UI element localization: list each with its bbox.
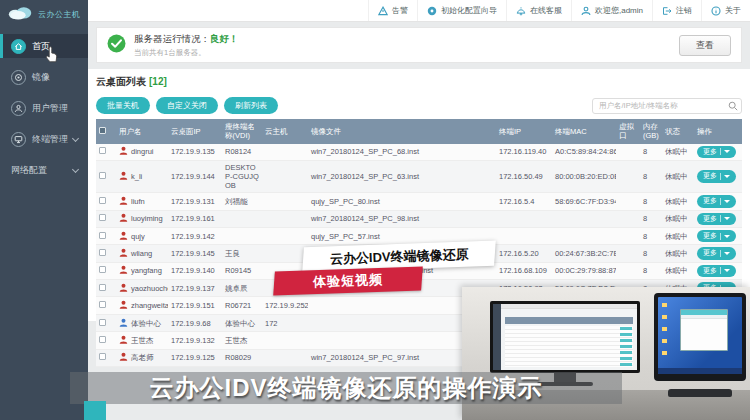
column-header: 镜像文件 <box>308 119 496 144</box>
username: 体验中心 <box>131 319 161 328</box>
cloud-host: 172 <box>262 314 308 331</box>
status-text: 休眠中 <box>662 193 694 210</box>
terminal-ip: 172.16.5.20 <box>496 245 552 262</box>
users-icon <box>11 101 26 116</box>
more-button[interactable]: 更多 <box>697 265 736 277</box>
virtual-port <box>616 245 640 262</box>
row-checkbox[interactable] <box>99 319 106 326</box>
table-row: dingrui 172.19.9.135 R08124 win7_2018012… <box>96 144 742 161</box>
user-person-icon <box>119 146 128 157</box>
topbar-item-logout[interactable]: 注销 <box>652 0 701 21</box>
user-person-icon <box>119 248 128 259</box>
caret-down-icon <box>724 252 730 255</box>
more-button[interactable]: 更多 <box>697 247 736 259</box>
row-checkbox[interactable] <box>99 232 106 239</box>
chevron-down-icon <box>72 166 79 173</box>
row-checkbox[interactable] <box>99 301 106 308</box>
app-logo: 云办公主机 <box>0 0 88 28</box>
terminal-mac <box>552 210 616 227</box>
virtual-port <box>616 262 640 279</box>
user-person-icon <box>119 335 128 346</box>
username: liufn <box>131 197 145 206</box>
search-icon[interactable] <box>728 97 738 115</box>
wizard-icon <box>427 6 437 16</box>
user-person-icon <box>119 283 128 294</box>
cloud-host <box>262 332 308 349</box>
terminal-name: 体验中心 <box>222 314 262 331</box>
server-status-label: 服务器运行情况： <box>134 33 210 44</box>
image-icon <box>11 70 26 85</box>
table-row: liufn 172.19.9.131 刘福能 qujy_SP_PC_80.ins… <box>96 193 742 210</box>
sidebar-item-terminal-mgmt[interactable]: 终端管理 <box>0 127 88 151</box>
refresh-list-button[interactable]: 刷新列表 <box>224 97 278 114</box>
terminal-name: 王世杰 <box>222 332 262 349</box>
select-all-cell <box>96 119 116 144</box>
status-text: 休眠中 <box>662 161 694 193</box>
username: 高老师 <box>131 353 154 362</box>
desktop-ip: 172.19.9.125 <box>168 349 222 366</box>
toolbar-buttons: 批量关机自定义关闭刷新列表 <box>96 94 284 114</box>
row-checkbox[interactable] <box>99 197 106 204</box>
desktop-ip: 172.19.9.161 <box>168 210 222 227</box>
support-icon <box>516 6 526 16</box>
terminal-mac <box>552 227 616 244</box>
topbar-item-online-support[interactable]: 在线客服 <box>506 0 571 21</box>
topbar-item-alarm[interactable]: 告警 <box>368 0 417 21</box>
more-button[interactable]: 更多 <box>697 230 736 242</box>
row-checkbox[interactable] <box>99 266 106 273</box>
column-header: 终端MAC <box>552 119 616 144</box>
topbar: 告警 初始化配置向导 在线客服 欢迎您,admin 注销 关于 <box>88 0 750 22</box>
memory-gb: 8 <box>640 245 662 262</box>
row-checkbox[interactable] <box>99 214 106 221</box>
search-input[interactable] <box>592 98 742 114</box>
sidebar-item-user-mgmt[interactable]: 用户管理 <box>0 96 88 120</box>
sidebar-item-image[interactable]: 镜像 <box>0 65 88 89</box>
topbar-item-about[interactable]: 关于 <box>701 0 750 21</box>
username: zhangweitao <box>131 301 168 310</box>
sidebar-item-network-config[interactable]: 网络配置 <box>0 158 88 182</box>
user-person-icon <box>119 171 128 182</box>
terminal-ip <box>496 227 552 244</box>
user-person-icon <box>119 300 128 311</box>
row-checkbox[interactable] <box>99 353 106 360</box>
desktop-ip: 172.19.9.140 <box>168 262 222 279</box>
batch-shutdown-button[interactable]: 批量关机 <box>96 97 150 114</box>
cloud-host <box>262 193 308 210</box>
username: 王世杰 <box>131 336 154 345</box>
row-checkbox[interactable] <box>99 172 106 179</box>
terminal-mac: 00:0C:29:79:88:87 <box>552 262 616 279</box>
custom-close-button[interactable]: 自定义关闭 <box>156 97 218 114</box>
topbar-item-welcome[interactable]: 欢迎您,admin <box>571 0 652 21</box>
column-header: 瘦终端名称(VDI) <box>222 119 262 144</box>
desktop-list-title: 云桌面列表 <box>96 76 146 87</box>
user-person-icon <box>119 213 128 224</box>
username: k_li <box>131 172 142 181</box>
row-checkbox[interactable] <box>99 336 106 343</box>
terminal-ip <box>496 210 552 227</box>
username: yangfang <box>131 266 162 275</box>
more-button[interactable]: 更多 <box>697 195 736 207</box>
server-status-card: 服务器运行情况：良好！ 当前共有1台服务器。 查看 <box>96 27 742 63</box>
select-all-checkbox[interactable] <box>99 127 106 134</box>
alarm-icon <box>378 6 388 16</box>
topbar-item-init-wizard[interactable]: 初始化配置向导 <box>417 0 506 21</box>
more-button[interactable]: 更多 <box>697 213 736 225</box>
toolbar: 批量关机自定义关闭刷新列表 <box>96 94 742 114</box>
cloud-host <box>262 210 308 227</box>
row-checkbox[interactable] <box>99 284 106 291</box>
terminal-name: 刘福能 <box>222 193 262 210</box>
desktop-ip: 172.19.9.131 <box>168 193 222 210</box>
view-button[interactable]: 查看 <box>679 35 731 56</box>
server-status-sub: 当前共有1台服务器。 <box>134 48 239 58</box>
username: luoyiming <box>131 214 163 223</box>
caret-down-icon <box>724 235 730 238</box>
more-button[interactable]: 更多 <box>697 170 736 182</box>
logout-icon <box>662 6 672 16</box>
row-checkbox[interactable] <box>99 249 106 256</box>
about-icon <box>711 6 721 16</box>
floating-widget[interactable] <box>84 401 106 420</box>
more-button[interactable]: 更多 <box>697 146 736 158</box>
desktop-ip: 172.19.9.151 <box>168 297 222 314</box>
virtual-port <box>616 227 640 244</box>
row-checkbox[interactable] <box>99 147 106 154</box>
